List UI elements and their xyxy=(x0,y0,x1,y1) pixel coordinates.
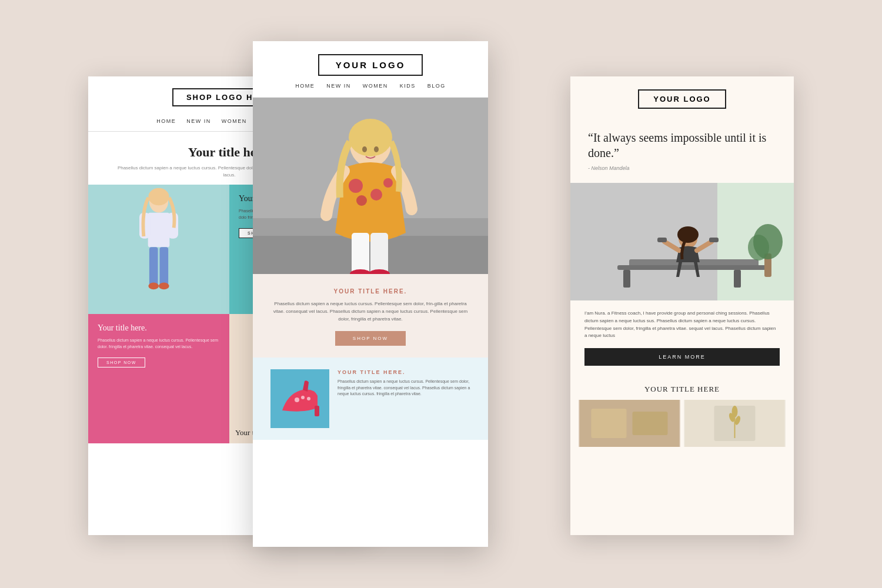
scene: SHOP LOGO HERE HOME NEW IN WOMEN KIDS BL… xyxy=(88,41,794,547)
center-logo: YOUR LOGO xyxy=(318,54,423,76)
right-learn-btn[interactable]: LEARN MORE xyxy=(584,348,780,366)
svg-rect-39 xyxy=(657,238,667,242)
center-nav-women[interactable]: WOMEN xyxy=(363,83,388,89)
bottom-left-title: Your title here. xyxy=(98,323,220,333)
left-nav-home[interactable]: HOME xyxy=(156,118,176,124)
center-nav: HOME NEW IN WOMEN KIDS BLOG xyxy=(253,76,488,89)
svg-rect-21 xyxy=(370,233,388,274)
svg-point-29 xyxy=(301,396,305,399)
bottom-left-content: Your title here. Phasellus dictum sapien… xyxy=(88,314,229,377)
svg-rect-37 xyxy=(734,270,741,288)
right-thumb-row xyxy=(570,400,794,447)
center-bottom-section: YOUR TITLE HERE. Phasellus dictum sapien… xyxy=(253,358,488,440)
right-quote-attr: - Nelson Mandela xyxy=(588,165,776,171)
right-quote-section: “It always seems impossible until it is … xyxy=(570,118,794,183)
right-bio-text: I’am Nura. a Fitness coach, I have provi… xyxy=(584,310,780,340)
center-pink-section: YOUR TITLE HERE. Phasellus dictum sapien… xyxy=(253,274,488,358)
right-section-title: YOUR TITLE HERE xyxy=(570,375,794,400)
right-card: YOUR LOGO “It always seems impossible un… xyxy=(570,76,794,535)
right-thumb-2 xyxy=(684,400,786,447)
grid-cell-topleft xyxy=(88,185,229,314)
svg-point-16 xyxy=(349,179,363,193)
center-section1-label: YOUR TITLE HERE. xyxy=(270,288,470,295)
svg-point-25 xyxy=(362,146,367,152)
svg-rect-35 xyxy=(617,265,770,270)
center-card: YOUR LOGO HOME NEW IN WOMEN KIDS BLOG xyxy=(253,41,488,547)
svg-point-30 xyxy=(307,397,310,400)
center-bottom-text: YOUR TITLE HERE. Phasellus dictum sapien… xyxy=(338,369,470,428)
svg-rect-31 xyxy=(315,406,319,416)
center-section2-label: YOUR TITLE HERE. xyxy=(338,369,470,375)
center-nav-home[interactable]: HOME xyxy=(295,83,315,89)
bottom-left-body: Phasellus dictum sapien a neque luctus c… xyxy=(98,338,220,350)
svg-point-18 xyxy=(383,178,393,188)
svg-point-8 xyxy=(148,188,169,205)
right-fitness-image xyxy=(570,183,794,300)
center-nav-newin[interactable]: NEW IN xyxy=(326,83,351,89)
right-quote-text: “It always seems impossible until it is … xyxy=(588,130,776,161)
svg-point-24 xyxy=(349,119,392,156)
hero-woman-placeholder xyxy=(253,98,488,274)
left-nav-women[interactable]: WOMEN xyxy=(222,118,247,124)
svg-point-19 xyxy=(356,195,367,206)
svg-rect-5 xyxy=(159,247,168,286)
svg-point-43 xyxy=(748,235,769,260)
svg-rect-47 xyxy=(633,412,668,435)
fitness-placeholder xyxy=(570,183,794,300)
center-logo-area: YOUR LOGO HOME NEW IN WOMEN KIDS BLOG xyxy=(253,41,488,98)
svg-rect-46 xyxy=(592,409,627,438)
svg-rect-36 xyxy=(623,270,630,288)
svg-rect-40 xyxy=(709,238,719,242)
svg-rect-20 xyxy=(352,233,369,274)
svg-point-44 xyxy=(677,226,699,243)
right-bio-section: I’am Nura. a Fitness coach, I have provi… xyxy=(570,300,794,375)
svg-rect-1 xyxy=(148,213,170,248)
bottom-left-btn[interactable]: SHOP NOW xyxy=(98,358,145,368)
right-thumb-1 xyxy=(579,400,680,447)
center-hero-image xyxy=(253,98,488,274)
grid-cell-bottomleft: Your title here. Phasellus dictum sapien… xyxy=(88,314,229,443)
svg-rect-4 xyxy=(149,247,158,286)
svg-point-17 xyxy=(370,189,382,201)
svg-point-28 xyxy=(295,397,299,402)
center-section1-body: Phasellus dictum sapien a neque luctus c… xyxy=(270,300,470,323)
right-logo: YOUR LOGO xyxy=(638,89,726,109)
left-nav-newin[interactable]: NEW IN xyxy=(186,118,211,124)
right-logo-area: YOUR LOGO xyxy=(570,76,794,118)
center-section2-body: Phasellus dictum sapien a neque luctus c… xyxy=(338,379,470,397)
center-shop-btn[interactable]: SHOP NOW xyxy=(335,331,406,346)
svg-point-26 xyxy=(374,146,379,152)
svg-point-7 xyxy=(159,282,169,289)
center-nav-blog[interactable]: BLOG xyxy=(427,83,446,89)
svg-point-6 xyxy=(148,282,159,289)
center-nav-kids[interactable]: KIDS xyxy=(400,83,416,89)
center-shoe-image xyxy=(270,369,329,428)
